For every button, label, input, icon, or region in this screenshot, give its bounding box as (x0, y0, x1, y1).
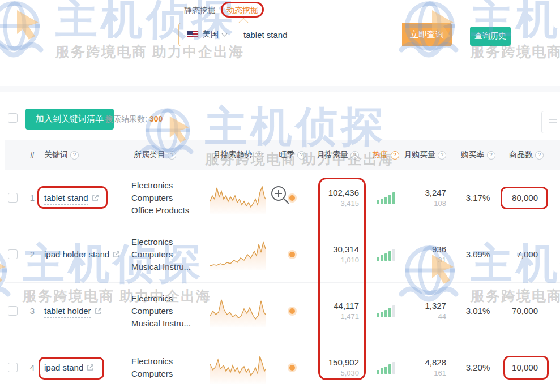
search-input[interactable] (226, 30, 402, 40)
help-icon[interactable]: ? (391, 151, 399, 160)
list-icon (549, 119, 557, 120)
search-submit-button[interactable]: 立即查询 (402, 23, 452, 46)
row-checkbox[interactable] (8, 363, 18, 372)
external-link-icon[interactable] (113, 251, 120, 258)
purchase-rate: 3.17% (455, 193, 501, 203)
row-checkbox[interactable] (8, 306, 18, 316)
category-list: ElectronicsComputersOffice Products (130, 179, 204, 217)
rank: 1 (24, 193, 41, 203)
keyword-link[interactable]: ipad holder stand (44, 249, 109, 261)
trend-sparkline[interactable] (204, 352, 272, 384)
help-icon[interactable]: ? (535, 151, 544, 160)
tab-static-mining[interactable]: 静态挖掘 (184, 6, 216, 16)
purchase-volume-cell: 936 31 (403, 244, 455, 264)
purchase-rate: 3.20% (455, 363, 501, 372)
product-count: 80,000 (501, 193, 552, 203)
country-label: 美国 (203, 29, 219, 40)
keyword-link[interactable]: tablet holder (44, 306, 91, 318)
peak-season-dot (289, 308, 295, 314)
trend-sparkline[interactable] (204, 182, 272, 214)
table-row: 1 tablet stand ElectronicsComputersOffic… (5, 170, 560, 226)
product-count: 10,000 (501, 363, 552, 372)
rank: 2 (24, 249, 41, 259)
trend-sparkline[interactable] (204, 295, 272, 327)
table-row: 4 ipad stand ElectronicsComputers 150,90… (5, 339, 560, 392)
table-row: 3 tablet holder ElectronicsComputersMusi… (5, 283, 560, 339)
active-tab-caret (239, 18, 249, 28)
help-icon[interactable]: ? (70, 151, 79, 160)
table-header-row: # 关键词? 所属类目? 月搜索趋势? 旺季? 月搜索量? 热度? 月购买量? … (5, 140, 560, 170)
header-purchase-rate: 购买率? (455, 150, 501, 160)
external-link-icon[interactable] (87, 364, 94, 371)
column-settings-button[interactable] (541, 111, 560, 133)
results-count: 搜索结果数:300 (105, 114, 163, 124)
select-all-checkbox[interactable] (8, 113, 18, 123)
help-icon[interactable]: ? (487, 151, 495, 160)
purchase-volume-cell: 4,828 161 (403, 357, 455, 377)
table-row: 2 ipad holder stand ElectronicsComputers… (5, 226, 560, 283)
query-history-button[interactable]: 查询历史 (470, 27, 511, 46)
row-checkbox[interactable] (8, 249, 18, 259)
row-checkbox[interactable] (8, 193, 18, 203)
header-heat: 热度? (368, 150, 403, 160)
add-to-keyword-list-button[interactable]: 加入到关键词清单 (25, 109, 114, 130)
external-link-icon[interactable] (95, 307, 102, 315)
purchase-volume-cell: 3,247 108 (403, 188, 455, 208)
section-divider (0, 86, 560, 92)
heat-bars (377, 305, 395, 317)
external-link-icon[interactable] (92, 194, 99, 201)
help-icon[interactable]: ? (297, 151, 306, 160)
help-icon[interactable]: ? (168, 151, 176, 160)
magnifier-zoom-icon[interactable] (270, 184, 291, 208)
results-label: 搜索结果数: (105, 114, 147, 123)
product-count: 70,000 (501, 306, 552, 316)
trend-sparkline[interactable] (204, 239, 272, 270)
purchase-volume-cell: 1,327 44 (403, 301, 455, 321)
country-select[interactable]: 美国 (179, 29, 226, 40)
header-product-count: 商品数? (501, 150, 552, 160)
category-list: ElectronicsComputersMusical Instru... (130, 292, 204, 330)
product-count: 7,000 (501, 249, 552, 259)
keywords-table: # 关键词? 所属类目? 月搜索趋势? 旺季? 月搜索量? 热度? 月购买量? … (5, 140, 560, 392)
results-number: 300 (149, 114, 163, 123)
help-icon[interactable]: ? (255, 151, 263, 160)
search-bar: 美国 立即查询 (178, 23, 452, 46)
header-purchase-volume: 月购买量? (403, 150, 455, 160)
heat-bars (377, 192, 395, 204)
header-search-volume: 月搜索量? (313, 150, 368, 160)
purchase-rate: 3.09% (455, 249, 501, 259)
category-list: ElectronicsComputersMusical Instru... (130, 236, 204, 273)
keyword-link[interactable]: ipad stand (44, 363, 83, 374)
header-rank: # (24, 150, 41, 160)
search-volume-cell: 150,902 5,030 (313, 357, 368, 377)
rank: 3 (24, 306, 41, 316)
header-keyword: 关键词? (41, 150, 130, 160)
search-volume-cell: 44,117 1,471 (313, 301, 368, 321)
help-icon[interactable]: ? (438, 151, 446, 160)
header-trend: 月搜索趋势? (204, 150, 272, 160)
help-icon[interactable]: ? (350, 151, 359, 160)
peak-season-dot (289, 252, 295, 257)
peak-season-dot (289, 365, 295, 371)
search-volume-cell: 102,436 3,415 (313, 188, 368, 208)
globe-cursor-icon (0, 0, 48, 61)
header-season: 旺季? (272, 150, 313, 160)
search-volume-cell: 30,314 1,010 (313, 244, 368, 264)
purchase-rate: 3.01% (455, 306, 501, 316)
header-category: 所属类目? (130, 150, 204, 160)
us-flag-icon (187, 31, 199, 38)
tab-dynamic-mining[interactable]: 动态挖掘 (226, 6, 258, 16)
heat-bars (377, 361, 395, 374)
category-list: ElectronicsComputers (130, 355, 204, 380)
rank: 4 (24, 363, 41, 372)
keyword-link[interactable]: tablet stand (44, 193, 88, 205)
keyword-mining-page: 静态挖掘 动态挖掘 美国 立即查询 查询历史 加入到关键词清单 搜索结果数:30… (0, 0, 560, 392)
heat-bars (377, 248, 395, 261)
